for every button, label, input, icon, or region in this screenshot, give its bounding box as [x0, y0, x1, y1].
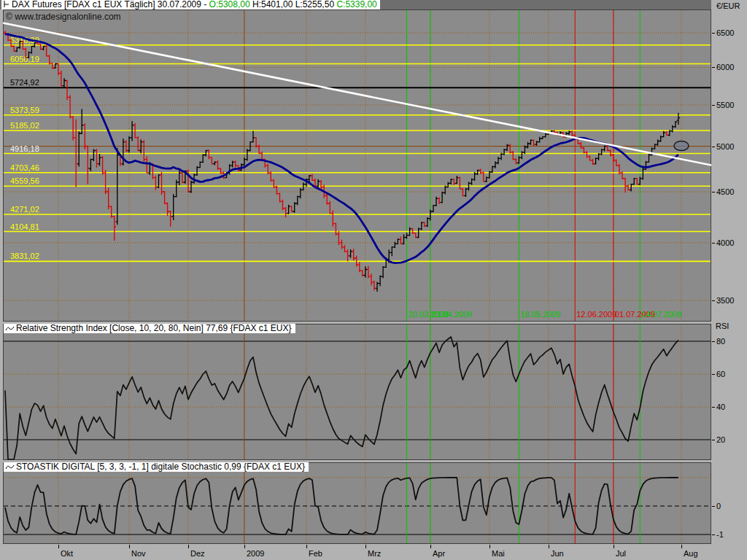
rsi-axis-tick-label: 40: [716, 403, 725, 411]
rsi-axis-tick-label: 60: [716, 370, 725, 378]
rsi-header-text: Relative Strength Index [Close, 10, 20, …: [16, 324, 292, 333]
rsi-axis-tick-label: 80: [716, 338, 725, 346]
time-axis-tick: [129, 545, 130, 548]
price-level-label: 5185,02: [10, 121, 39, 130]
axis-tick-mark: [712, 506, 715, 507]
down-candle-bars: [4, 31, 668, 290]
axis-tick-mark: [712, 300, 715, 301]
month-label: Mrz: [368, 549, 381, 558]
time-axis-tick: [681, 545, 682, 548]
chart-axis-icon: [3, 1, 10, 9]
rsi-axis-title: RSI: [716, 322, 729, 330]
axis-tick-mark: [712, 407, 715, 408]
trading-application-window: { "window": { "title_segments": [ {"text…: [0, 0, 747, 560]
month-label: Jul: [616, 549, 626, 558]
price-level-label: 4104,81: [10, 222, 39, 231]
price-axis-unit-label: €/EUR: [716, 2, 740, 10]
event-date-label: 01.04.2009: [432, 310, 472, 319]
price-axis-tick-label: 4000: [716, 239, 734, 247]
title-segment: C:5339,00: [336, 0, 376, 9]
rsi-canvas[interactable]: [3, 324, 711, 460]
rsi-indicator-header[interactable]: Relative Strength Index [Close, 10, 20, …: [4, 324, 295, 333]
price-level-label: 4916,18: [10, 144, 39, 153]
title-segment: DAX Futures [FDAX c1 EUX Täglich] 30.07.…: [12, 0, 209, 9]
axis-tick-mark: [712, 192, 715, 192]
price-level-label: 4559,56: [10, 176, 39, 185]
price-axis-tick-label: 3500: [716, 297, 734, 305]
price-chart-canvas[interactable]: 6318,396050,195724,925373,595185,024916,…: [3, 9, 711, 322]
stochastic-header-text: STOASTIK DIGITAL [5, 3, 3, -1, 1] digita…: [16, 462, 305, 472]
price-level-label: 4703,46: [10, 163, 39, 172]
price-axis-tick-label: 6000: [716, 63, 734, 71]
copyright-watermark: © www.tradesignalonline.com: [6, 12, 121, 22]
title-segment: O:5308,00: [209, 0, 250, 9]
axis-tick-mark: [712, 440, 715, 440]
price-level-label: 5724,92: [10, 78, 39, 87]
axis-tick-mark: [712, 243, 715, 244]
axis-tick-mark: [712, 374, 715, 375]
axis-tick-mark: [712, 67, 715, 68]
chart-title-text: DAX Futures [FDAX c1 EUX Täglich] 30.07.…: [12, 0, 377, 9]
event-date-label: 14.07.2009: [641, 310, 681, 319]
month-label: Jun: [551, 549, 564, 558]
month-label: Mai: [492, 549, 505, 558]
month-label: Okt: [61, 549, 73, 558]
event-date-label: 18.05.2009: [520, 310, 560, 319]
rsi-indicator-panel[interactable]: [3, 324, 711, 460]
axis-tick-mark: [712, 341, 715, 342]
price-axis-tick-label: 4500: [716, 188, 734, 196]
axis-tick-mark: [712, 534, 715, 535]
trendline: [3, 23, 711, 165]
axis-tick-mark: [712, 33, 715, 34]
time-axis-tick: [58, 545, 59, 548]
time-axis-tick: [549, 545, 549, 548]
price-axis-tick-label: 5500: [716, 101, 734, 109]
price-level-label: 3831,02: [10, 252, 39, 260]
title-segment: H:5401,00 L:5255,50: [250, 0, 337, 9]
chart-title[interactable]: DAX Futures [FDAX c1 EUX Täglich] 30.07.…: [1, 0, 380, 9]
month-label: Feb: [309, 549, 322, 558]
axis-tick-mark: [712, 105, 715, 106]
rsi-line: [5, 337, 678, 459]
stochastic-indicator-header[interactable]: STOASTIK DIGITAL [5, 3, 3, -1, 1] digita…: [4, 462, 309, 472]
stoch-axis-tick-label: 0: [716, 502, 721, 510]
moving-average-line: [5, 34, 678, 263]
time-axis: OktNovDez2009FebMrzAprMaiJunJulAug: [0, 544, 747, 560]
rsi-axis-tick-label: 20: [716, 436, 725, 444]
axis-tick-mark: [712, 147, 715, 147]
price-level-label: 5373,59: [10, 106, 39, 114]
price-level-label: 4271,02: [10, 205, 39, 214]
indicator-wave-icon: [5, 464, 15, 470]
month-label: Dez: [190, 549, 205, 558]
stochastic-indicator-panel[interactable]: [3, 462, 711, 544]
stoch-axis-tick-label: -1: [716, 531, 724, 539]
price-level-label: 6050,19: [10, 55, 39, 63]
price-axis-tick-label: 5000: [716, 143, 734, 151]
month-label: Apr: [433, 549, 445, 558]
time-axis-tick: [188, 545, 189, 548]
month-label: Aug: [684, 549, 698, 558]
month-label: 2009: [247, 549, 264, 558]
indicator-wave-icon: [5, 325, 15, 332]
event-date-label: 12.06.2009: [576, 310, 616, 319]
month-label: Nov: [131, 549, 146, 558]
time-axis-tick: [306, 545, 307, 548]
price-chart-panel[interactable]: 6318,396050,195724,925373,595185,024916,…: [3, 9, 711, 322]
stochastic-canvas[interactable]: [3, 462, 711, 544]
highlight-ellipse: [674, 141, 689, 150]
time-axis-tick: [365, 545, 366, 548]
time-axis-tick: [244, 545, 245, 548]
chart-title-bar: DAX Futures [FDAX c1 EUX Täglich] 30.07.…: [0, 0, 711, 9]
time-axis-tick: [614, 545, 614, 548]
price-axis-tick-label: 6500: [716, 29, 734, 37]
time-axis-tick: [430, 545, 431, 548]
time-axis-tick: [489, 545, 490, 548]
